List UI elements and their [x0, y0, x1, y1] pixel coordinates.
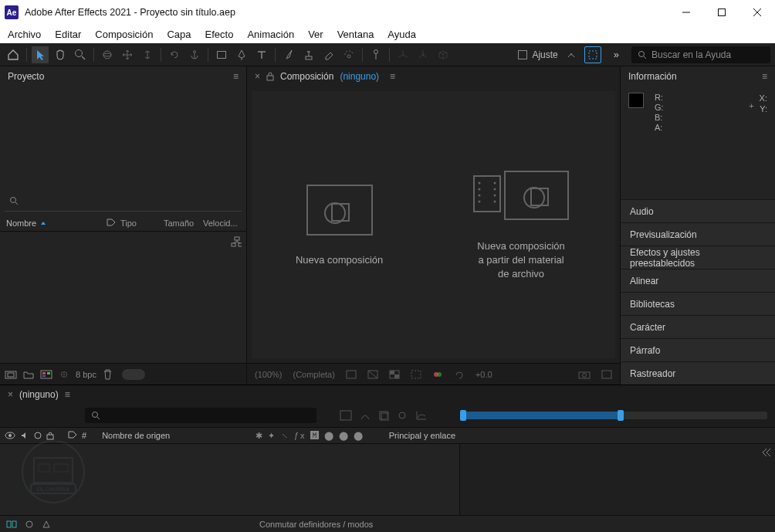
snap-mode-icon[interactable] — [563, 46, 580, 63]
exposure-label[interactable]: +0.0 — [475, 370, 492, 379]
menu-editar[interactable]: Editar — [55, 29, 81, 40]
channel-icon[interactable] — [432, 370, 443, 379]
panel-character[interactable]: Carácter — [621, 315, 775, 338]
label-icon[interactable] — [107, 219, 116, 228]
lock-col-icon[interactable] — [46, 431, 54, 440]
panel-effects[interactable]: Efectos y ajustes preestablecidos — [621, 246, 775, 269]
pan-camera-tool[interactable] — [119, 46, 136, 63]
toggle1-icon[interactable] — [6, 520, 17, 529]
panel-paragraph[interactable]: Párrafo — [621, 338, 775, 361]
help-search[interactable]: Buscar en la Ayuda — [631, 46, 770, 63]
flowchart-icon[interactable] — [231, 236, 242, 247]
menu-efecto[interactable]: Efecto — [205, 29, 234, 40]
world-axis-tool[interactable] — [415, 46, 431, 63]
bpc-label[interactable]: 8 bpc — [76, 370, 96, 379]
snap-bbox-icon[interactable] — [584, 46, 601, 63]
transparency-icon[interactable] — [389, 370, 400, 379]
panel-tracker[interactable]: Rastreador — [621, 361, 775, 385]
mask-icon[interactable] — [367, 370, 378, 379]
close-tab-icon[interactable]: × — [8, 389, 13, 400]
col-type[interactable]: Tipo — [120, 219, 159, 228]
lock-icon[interactable] — [266, 72, 274, 81]
col-size[interactable]: Tamaño — [164, 219, 198, 228]
toggle-switches-label[interactable]: Conmutar definidores / modos — [259, 520, 373, 529]
new-comp-from-footage-button[interactable]: Nueva composición a partir del material … — [471, 168, 571, 281]
project-list[interactable] — [0, 232, 246, 363]
panel-libraries[interactable]: Bibliotecas — [621, 292, 775, 315]
timeline-search[interactable] — [85, 408, 316, 423]
toggle2-icon[interactable] — [25, 520, 34, 529]
settings-icon[interactable] — [59, 370, 69, 379]
hand-tool[interactable] — [52, 46, 69, 63]
col-source-name[interactable]: Nombre de origen — [102, 431, 251, 440]
maximize-button[interactable] — [704, 0, 739, 25]
time-knob-start[interactable] — [460, 410, 466, 421]
pen-tool[interactable] — [233, 46, 250, 63]
timeline-layer-list[interactable]: DLCMANIA — [0, 444, 460, 515]
zoom-tool[interactable] — [72, 46, 89, 63]
panel-menu-icon[interactable]: ≡ — [233, 71, 239, 82]
snapshot-icon[interactable] — [578, 370, 591, 379]
project-search-input[interactable] — [23, 195, 237, 206]
col-speed[interactable]: Velocid... — [203, 219, 240, 228]
new-comp-button[interactable]: Nueva composición — [296, 182, 383, 267]
local-axis-tool[interactable] — [394, 46, 411, 63]
snap-checkbox[interactable] — [518, 50, 527, 59]
dolly-tool[interactable] — [139, 46, 156, 63]
reset-exposure-icon[interactable] — [454, 370, 465, 379]
brush-tool[interactable] — [280, 46, 297, 63]
timeline-search-input[interactable] — [105, 410, 310, 422]
view-axis-tool[interactable] — [435, 46, 452, 63]
selection-tool[interactable] — [32, 46, 49, 63]
frame-blend-icon[interactable] — [378, 410, 389, 421]
grid-icon[interactable] — [346, 370, 357, 379]
solo-icon[interactable] — [34, 432, 42, 439]
close-button[interactable] — [739, 0, 775, 25]
panel-menu-icon[interactable]: ≡ — [65, 389, 70, 400]
new-comp-icon[interactable] — [40, 370, 52, 379]
label-col-icon[interactable] — [68, 431, 77, 440]
time-range[interactable] — [460, 412, 622, 419]
audio-col-icon[interactable] — [20, 431, 29, 440]
clone-tool[interactable] — [300, 46, 317, 63]
toggle3-icon[interactable] — [42, 520, 51, 529]
orbit-tool[interactable] — [99, 46, 116, 63]
info-title[interactable]: Información — [628, 71, 677, 82]
roto-tool[interactable] — [340, 46, 357, 63]
rotate-tool[interactable] — [166, 46, 183, 63]
interpret-icon[interactable] — [5, 369, 17, 380]
menu-animacion[interactable]: Animación — [247, 29, 294, 40]
comp-title[interactable]: Composición — [280, 71, 333, 82]
time-knob-end[interactable] — [618, 410, 624, 421]
menu-archivo[interactable]: Archivo — [8, 29, 41, 40]
puppet-tool[interactable] — [367, 46, 384, 63]
minimize-button[interactable] — [668, 0, 704, 25]
shy-icon[interactable] — [360, 410, 371, 421]
close-tab-icon[interactable]: × — [255, 71, 260, 82]
timeline-track-area[interactable] — [460, 444, 775, 515]
col-num[interactable]: # — [82, 431, 86, 440]
panel-preview[interactable]: Previsualización — [621, 222, 775, 246]
timeline-tab[interactable]: (ninguno) — [19, 389, 59, 400]
project-title[interactable]: Proyecto — [8, 71, 44, 82]
rect-tool[interactable] — [213, 46, 230, 63]
folder-icon[interactable] — [23, 370, 34, 379]
type-tool[interactable] — [253, 46, 270, 63]
project-search[interactable] — [5, 190, 242, 212]
motion-blur-icon[interactable] — [397, 410, 408, 421]
collapse-icon[interactable] — [761, 447, 772, 458]
toggle-switch[interactable] — [122, 369, 145, 380]
trash-icon[interactable] — [103, 369, 113, 380]
comp-mini-icon[interactable] — [340, 410, 352, 421]
col-name[interactable]: Nombre — [6, 219, 36, 228]
menu-ayuda[interactable]: Ayuda — [388, 29, 416, 40]
menu-capa[interactable]: Capa — [167, 29, 191, 40]
panel-menu-icon[interactable]: ≡ — [390, 71, 395, 82]
zoom-label[interactable]: (100%) — [255, 370, 282, 379]
panel-menu-icon[interactable]: ≡ — [762, 71, 767, 82]
time-navigator[interactable] — [460, 412, 767, 419]
comp-none[interactable]: (ninguno) — [340, 71, 379, 82]
graph-icon[interactable] — [415, 410, 428, 421]
eraser-tool[interactable] — [320, 46, 337, 63]
menu-ventana[interactable]: Ventana — [337, 29, 374, 40]
